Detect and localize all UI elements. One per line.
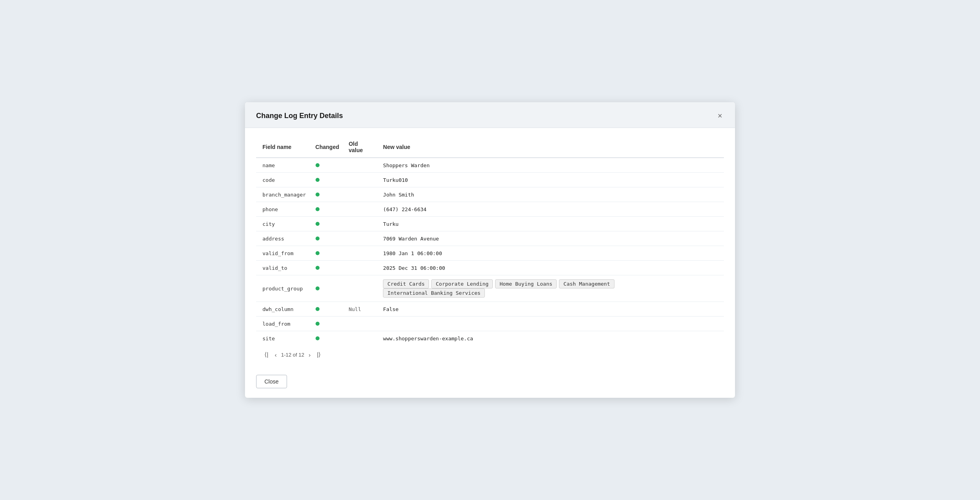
table-row: branch_managerJohn Smith: [256, 187, 724, 202]
cell-changed: [311, 275, 344, 302]
cell-new-value: 2025 Dec 31 06:00:00: [378, 261, 724, 275]
table-row: valid_from1980 Jan 1 06:00:00: [256, 246, 724, 261]
pagination: ⟨| ‹ 1-12 of 12 › |⟩: [256, 345, 724, 362]
cell-old-value: [344, 331, 378, 346]
cell-new-value: Credit CardsCorporate LendingHome Buying…: [378, 275, 724, 302]
cell-field-name: site: [256, 331, 311, 346]
changed-indicator: [316, 163, 320, 167]
cell-new-value: Turku: [378, 217, 724, 231]
cell-field-name: valid_from: [256, 246, 311, 261]
last-page-button[interactable]: |⟩: [315, 350, 323, 359]
changed-indicator: [316, 178, 320, 182]
table-row: cityTurku: [256, 217, 724, 231]
cell-new-value: [378, 317, 724, 331]
table-row: product_groupCredit CardsCorporate Lendi…: [256, 275, 724, 302]
product-group-tag: Corporate Lending: [431, 279, 493, 288]
cell-old-value: Null: [344, 302, 378, 317]
cell-old-value: [344, 173, 378, 187]
cell-old-value: [344, 202, 378, 217]
product-group-tag: Home Buying Loans: [495, 279, 557, 288]
modal-header: Change Log Entry Details ×: [245, 102, 735, 128]
cell-changed: [311, 246, 344, 261]
change-log-table: Field name Changed Old value New value n…: [256, 137, 724, 345]
cell-old-value: [344, 261, 378, 275]
cell-field-name: dwh_column: [256, 302, 311, 317]
cell-field-name: branch_manager: [256, 187, 311, 202]
modal-close-button[interactable]: ×: [716, 110, 724, 121]
changed-indicator: [316, 336, 320, 340]
col-changed: Changed: [311, 137, 344, 158]
cell-field-name: code: [256, 173, 311, 187]
cell-changed: [311, 187, 344, 202]
cell-field-name: load_from: [256, 317, 311, 331]
table-row: nameShoppers Warden: [256, 158, 724, 173]
cell-field-name: city: [256, 217, 311, 231]
cell-new-value: 7069 Warden Avenue: [378, 231, 724, 246]
changed-indicator: [316, 193, 320, 197]
page-info: 1-12 of 12: [281, 352, 304, 358]
cell-old-value: [344, 187, 378, 202]
cell-old-value: [344, 231, 378, 246]
cell-old-value: [344, 158, 378, 173]
cell-changed: [311, 202, 344, 217]
cell-changed: [311, 217, 344, 231]
cell-new-value: Turku010: [378, 173, 724, 187]
table-row: address7069 Warden Avenue: [256, 231, 724, 246]
change-log-modal: Change Log Entry Details × Field name Ch…: [245, 102, 735, 398]
modal-title: Change Log Entry Details: [256, 112, 343, 120]
cell-changed: [311, 173, 344, 187]
cell-new-value: 1980 Jan 1 06:00:00: [378, 246, 724, 261]
cell-field-name: phone: [256, 202, 311, 217]
col-old-value: Old value: [344, 137, 378, 158]
col-new-value: New value: [378, 137, 724, 158]
cell-old-value: [344, 246, 378, 261]
cell-changed: [311, 317, 344, 331]
table-row: codeTurku010: [256, 173, 724, 187]
changed-indicator: [316, 266, 320, 270]
cell-old-value: [344, 275, 378, 302]
table-row: sitewww.shopperswarden-example.ca: [256, 331, 724, 346]
cell-old-value: [344, 317, 378, 331]
cell-new-value: www.shopperswarden-example.ca: [378, 331, 724, 346]
modal-body: Field name Changed Old value New value n…: [245, 128, 735, 368]
table-row: load_from: [256, 317, 724, 331]
cell-field-name: name: [256, 158, 311, 173]
cell-new-value: (647) 224-6634: [378, 202, 724, 217]
changed-indicator: [316, 237, 320, 240]
prev-page-button[interactable]: ‹: [273, 351, 279, 359]
changed-indicator: [316, 322, 320, 326]
changed-indicator: [316, 307, 320, 311]
next-page-button[interactable]: ›: [306, 351, 312, 359]
cell-new-value: Shoppers Warden: [378, 158, 724, 173]
cell-new-value: False: [378, 302, 724, 317]
cell-changed: [311, 231, 344, 246]
changed-indicator: [316, 222, 320, 226]
cell-changed: [311, 331, 344, 346]
product-group-tag: Credit Cards: [383, 279, 429, 288]
cell-changed: [311, 158, 344, 173]
cell-old-value: [344, 217, 378, 231]
table-header-row: Field name Changed Old value New value: [256, 137, 724, 158]
cell-field-name: valid_to: [256, 261, 311, 275]
changed-indicator: [316, 251, 320, 255]
modal-footer: Close: [245, 368, 735, 398]
table-row: dwh_columnNullFalse: [256, 302, 724, 317]
cell-changed: [311, 261, 344, 275]
cell-field-name: address: [256, 231, 311, 246]
changed-indicator: [316, 286, 320, 290]
product-group-tag: International Banking Services: [383, 288, 485, 298]
changed-indicator: [316, 207, 320, 211]
first-page-button[interactable]: ⟨|: [262, 350, 270, 359]
cell-new-value: John Smith: [378, 187, 724, 202]
col-field-name: Field name: [256, 137, 311, 158]
table-row: valid_to2025 Dec 31 06:00:00: [256, 261, 724, 275]
product-group-tag: Cash Management: [559, 279, 614, 288]
cell-changed: [311, 302, 344, 317]
table-row: phone(647) 224-6634: [256, 202, 724, 217]
close-button[interactable]: Close: [256, 375, 287, 388]
cell-field-name: product_group: [256, 275, 311, 302]
